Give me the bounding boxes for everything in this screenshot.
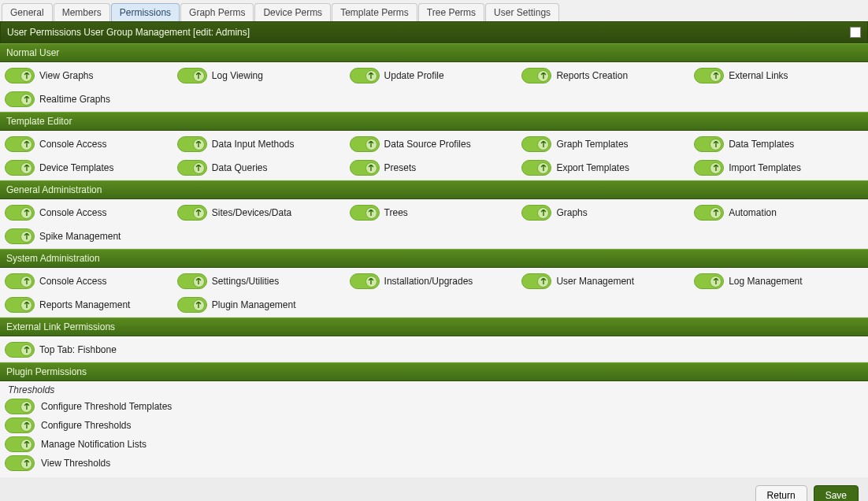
arrow-up-icon bbox=[193, 139, 205, 150]
perm-label: Graphs bbox=[556, 207, 587, 218]
toggle-data-input-methods[interactable] bbox=[177, 136, 207, 152]
toggle-realtime-graphs[interactable] bbox=[5, 91, 35, 107]
toggle-console-access[interactable] bbox=[5, 205, 35, 221]
perm-label: Import Templates bbox=[729, 162, 801, 173]
perm-label: Reports Creation bbox=[556, 70, 628, 81]
perm-automation: Automation bbox=[694, 202, 863, 223]
arrow-up-icon bbox=[20, 276, 32, 288]
tab-members[interactable]: Members bbox=[54, 3, 110, 21]
arrow-up-icon bbox=[20, 94, 32, 106]
arrow-up-icon bbox=[365, 276, 377, 288]
return-button[interactable]: Return bbox=[755, 485, 807, 501]
toggle-console-access[interactable] bbox=[5, 273, 35, 289]
perm-label: Settings/Utilities bbox=[212, 276, 279, 287]
plugin-group-title: Thresholds bbox=[0, 381, 868, 395]
toggle-presets[interactable] bbox=[350, 160, 380, 176]
arrow-up-icon bbox=[710, 162, 721, 174]
toggle-settings-utilities[interactable] bbox=[177, 273, 207, 289]
toggle-graph-templates[interactable] bbox=[521, 136, 551, 152]
title-bar: User Permissions User Group Management [… bbox=[0, 21, 868, 43]
perm-label: Top Tab: Fishbone bbox=[39, 344, 117, 355]
select-all-checkbox[interactable] bbox=[850, 27, 861, 38]
tab-permissions[interactable]: Permissions bbox=[111, 3, 180, 21]
section-header-normal-user: Normal User bbox=[0, 43, 868, 62]
toggle-trees[interactable] bbox=[350, 205, 380, 221]
footer: Return Save bbox=[0, 477, 868, 501]
perm-console-access: Console Access bbox=[5, 271, 174, 291]
perm-label: View Graphs bbox=[39, 70, 93, 81]
arrow-up-icon bbox=[710, 207, 721, 219]
tab-user-settings[interactable]: User Settings bbox=[485, 3, 559, 21]
toggle-manage-notification-lists[interactable] bbox=[5, 436, 35, 452]
toggle-sites-devices-data[interactable] bbox=[177, 205, 207, 221]
arrow-up-icon bbox=[710, 70, 721, 82]
perm-label: Data Source Profiles bbox=[384, 139, 471, 150]
toggle-data-queries[interactable] bbox=[177, 160, 207, 176]
save-button[interactable]: Save bbox=[814, 485, 859, 501]
arrow-up-icon bbox=[20, 162, 32, 174]
perm-label: View Thresholds bbox=[41, 458, 110, 469]
toggle-external-links[interactable] bbox=[694, 68, 724, 84]
perm-label: Reports Management bbox=[39, 299, 130, 310]
perm-data-templates: Data Templates bbox=[694, 134, 863, 154]
toggle-export-templates[interactable] bbox=[521, 160, 551, 176]
perm-data-input-methods: Data Input Methods bbox=[177, 134, 347, 154]
perm-label: External Links bbox=[729, 70, 788, 81]
perm-data-source-profiles: Data Source Profiles bbox=[350, 134, 519, 154]
toggle-user-management[interactable] bbox=[521, 273, 551, 289]
toggle-install-upgrades[interactable] bbox=[350, 273, 380, 289]
perm-label: Data Templates bbox=[729, 139, 794, 150]
perm-label: Presets bbox=[384, 162, 417, 173]
section-header-external-links: External Link Permissions bbox=[0, 317, 868, 336]
perm-label: Configure Threshold Templates bbox=[41, 401, 172, 412]
toggle-plugin-management[interactable] bbox=[177, 297, 207, 313]
perm-view-thresholds: View Thresholds bbox=[5, 454, 863, 473]
arrow-up-icon bbox=[537, 70, 549, 82]
toggle-device-templates[interactable] bbox=[5, 160, 35, 176]
tab-template-perms[interactable]: Template Perms bbox=[332, 3, 417, 21]
arrow-up-icon bbox=[193, 276, 205, 288]
toggle-top-tab-fishbone[interactable] bbox=[5, 342, 35, 358]
toggle-update-profile[interactable] bbox=[350, 68, 380, 84]
arrow-up-icon bbox=[710, 139, 721, 150]
toggle-reports-creation[interactable] bbox=[521, 68, 551, 84]
toggle-console-access[interactable] bbox=[5, 136, 35, 152]
tab-general[interactable]: General bbox=[2, 3, 53, 21]
arrow-up-icon bbox=[20, 420, 32, 432]
toggle-automation[interactable] bbox=[694, 205, 724, 221]
perm-realtime-graphs: Realtime Graphs bbox=[5, 89, 174, 109]
toggle-data-source-profiles[interactable] bbox=[350, 136, 380, 152]
perm-external-links: External Links bbox=[694, 65, 863, 86]
toggle-configure-thresholds[interactable] bbox=[5, 418, 35, 433]
toggle-data-templates[interactable] bbox=[694, 136, 724, 152]
perm-label: Log Viewing bbox=[212, 70, 263, 81]
perm-presets: Presets bbox=[350, 158, 519, 178]
toggle-view-thresholds[interactable] bbox=[5, 455, 35, 471]
perm-export-templates: Export Templates bbox=[521, 158, 691, 178]
perm-reports-creation: Reports Creation bbox=[521, 65, 691, 86]
section-normal-user: View Graphs Log Viewing Update Profile R… bbox=[0, 62, 868, 112]
perm-settings-utilities: Settings/Utilities bbox=[177, 271, 347, 291]
perm-label: Data Input Methods bbox=[212, 139, 295, 150]
perm-graph-templates: Graph Templates bbox=[521, 134, 691, 154]
perm-label: Export Templates bbox=[556, 162, 629, 173]
tab-device-perms[interactable]: Device Perms bbox=[254, 3, 331, 21]
perm-reports-management: Reports Management bbox=[5, 295, 174, 315]
arrow-up-icon bbox=[20, 139, 32, 150]
perm-top-tab-fishbone: Top Tab: Fishbone bbox=[5, 340, 174, 360]
section-header-plugin: Plugin Permissions bbox=[0, 362, 868, 381]
toggle-configure-threshold-templates[interactable] bbox=[5, 399, 35, 414]
toggle-log-viewing[interactable] bbox=[177, 68, 207, 84]
section-header-template-editor: Template Editor bbox=[0, 112, 868, 131]
toggle-view-graphs[interactable] bbox=[5, 68, 35, 84]
arrow-up-icon bbox=[20, 299, 32, 311]
toggle-reports-management[interactable] bbox=[5, 297, 35, 313]
tab-tree-perms[interactable]: Tree Perms bbox=[418, 3, 484, 21]
toggle-spike-management[interactable] bbox=[5, 228, 35, 244]
arrow-up-icon bbox=[20, 70, 32, 82]
toggle-graphs[interactable] bbox=[521, 205, 551, 221]
tab-graph-perms[interactable]: Graph Perms bbox=[180, 3, 254, 21]
section-external-links: Top Tab: Fishbone bbox=[0, 336, 868, 362]
toggle-log-management[interactable] bbox=[694, 273, 724, 289]
toggle-import-templates[interactable] bbox=[694, 160, 724, 176]
